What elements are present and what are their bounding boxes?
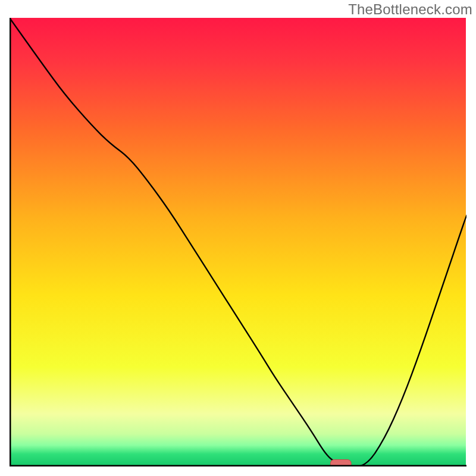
gradient-background	[10, 18, 466, 465]
watermark-label: TheBottleneck.com	[348, 1, 472, 18]
plot-svg	[10, 18, 466, 466]
bottleneck-plot	[10, 18, 466, 466]
chart-container: TheBottleneck.com	[0, 0, 476, 476]
